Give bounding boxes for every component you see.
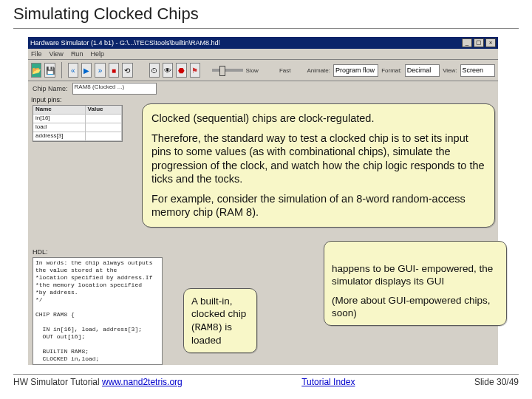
footer-center-link[interactable]: Tutorial Index xyxy=(301,377,355,387)
stopsign-icon[interactable]: ⬣ xyxy=(176,63,186,78)
minimize-button[interactable]: _ xyxy=(462,38,472,47)
main-callout-p1: Clocked (sequential) chips are clock-reg… xyxy=(151,112,485,126)
animate-label: Animate: xyxy=(307,67,330,74)
slide-title: Simulating Clocked Chips xyxy=(13,4,519,29)
clock-icon[interactable]: ⏲ xyxy=(149,63,160,78)
pin-val-0[interactable] xyxy=(86,115,122,123)
gui-callout-line2: (More about GUI-empowered chips, soon) xyxy=(332,294,499,320)
footer-left-link[interactable]: www.nand2tetris.org xyxy=(102,377,183,387)
loaded-chip-mono: RAM8 xyxy=(195,322,219,333)
slow-label: Slow xyxy=(246,67,259,74)
input-pins-label: Input pins: xyxy=(31,96,62,103)
window-control-buttons: _ ▢ × xyxy=(462,38,496,47)
stop-icon[interactable]: ■ xyxy=(109,63,119,78)
view-label: View: xyxy=(443,67,457,74)
menu-help[interactable]: Help xyxy=(90,50,104,58)
footer-left-text: HW Simulator Tutorial xyxy=(13,377,102,387)
hdl-section-label: HDL: xyxy=(33,248,48,256)
chip-name-label: Chip Name: xyxy=(33,85,68,92)
close-button[interactable]: × xyxy=(485,38,496,47)
rewind-icon[interactable]: ⟲ xyxy=(122,63,132,78)
menu-file[interactable]: File xyxy=(31,50,42,58)
input-pins-table: Name Value in[16] load address[3] xyxy=(33,105,123,142)
pin-name-2: address[3] xyxy=(33,132,86,141)
fast-label: Fast xyxy=(279,67,291,74)
pin-val-1[interactable] xyxy=(86,123,122,132)
run-icon[interactable]: » xyxy=(95,63,105,78)
main-callout-p3: For example, consider the simulation of … xyxy=(151,192,485,219)
eye-icon[interactable]: 👁 xyxy=(163,63,173,78)
hdl-source-box[interactable]: In words: the chip always outputs the va… xyxy=(33,257,163,365)
window-titlebar: Hardware Simulator (1.4 b1) - G:\...\TEC… xyxy=(28,37,498,49)
pin-val-2[interactable] xyxy=(86,132,122,141)
open-icon[interactable]: 📂 xyxy=(31,63,41,78)
save-icon[interactable]: 💾 xyxy=(44,63,55,78)
slide-footer: HW Simulator Tutorial www.nand2tetris.or… xyxy=(13,374,519,387)
step-back-icon[interactable]: « xyxy=(68,63,78,78)
pin-name-0: in[16] xyxy=(33,115,86,123)
gui-callout: placeholder happens to be GUI- empowered… xyxy=(324,241,507,326)
window-title-text: Hardware Simulator (1.4 b1) - G:\...\TEC… xyxy=(30,39,220,47)
maximize-button[interactable]: ▢ xyxy=(474,38,484,47)
main-callout-p2: Therefore, the standard way to test a cl… xyxy=(151,132,485,186)
format-dropdown[interactable]: Decimal xyxy=(405,64,440,77)
flag-icon[interactable]: ⚑ xyxy=(190,63,200,78)
animate-dropdown[interactable]: Program flow xyxy=(333,64,378,77)
slide-root: Simulating Clocked Chips Hardware Simula… xyxy=(13,4,519,389)
th-name: Name xyxy=(33,106,86,115)
gui-callout-line1: happens to be GUI- empowered, the simula… xyxy=(332,262,499,288)
footer-left: HW Simulator Tutorial www.nand2tetris.or… xyxy=(13,377,183,387)
step-icon[interactable]: ▶ xyxy=(81,63,92,78)
menu-bar: File View Run Help xyxy=(28,49,498,60)
slider[interactable] xyxy=(212,69,242,72)
pin-name-1: load xyxy=(33,123,86,132)
th-value: Value xyxy=(86,106,122,115)
menu-view[interactable]: View xyxy=(50,50,64,58)
chip-name-value: RAM8 (Clocked ...) xyxy=(72,83,157,95)
toolbar: 📂 💾 « ▶ » ■ ⟲ ⏲ 👁 ⬣ ⚑ Slow Fast Animate:… xyxy=(28,60,498,81)
format-label: Format: xyxy=(381,67,402,74)
toolbar-separator xyxy=(61,62,62,78)
menu-run[interactable]: Run xyxy=(71,50,83,58)
footer-right: Slide 30/49 xyxy=(474,377,519,387)
view-dropdown[interactable]: Screen xyxy=(460,64,495,77)
loaded-chip-callout: A built-in, clocked chip (RAM8) is loade… xyxy=(183,288,257,353)
main-callout: Clocked (sequential) chips are clock-reg… xyxy=(142,103,495,228)
